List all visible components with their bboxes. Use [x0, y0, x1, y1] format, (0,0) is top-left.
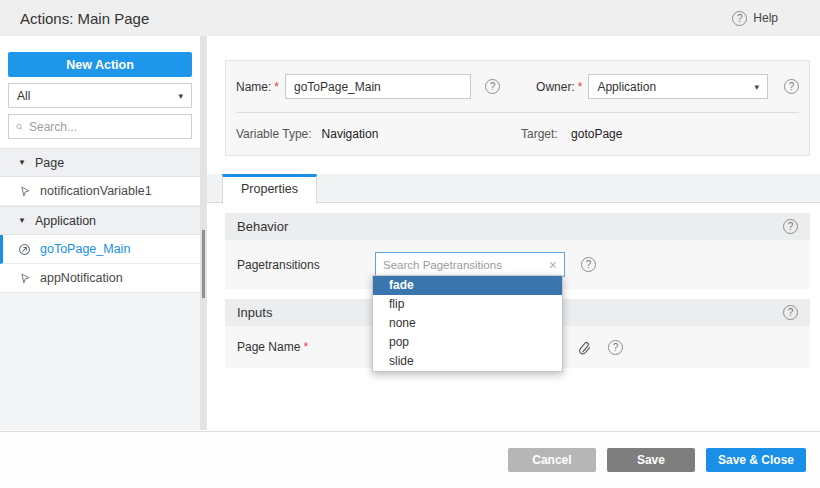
name-label: Name:*: [236, 80, 279, 94]
action-summary-panel: Name:* ? Owner:* Application ▾ ? Variabl…: [225, 60, 810, 156]
search-input[interactable]: [29, 120, 184, 134]
option-none[interactable]: none: [373, 314, 562, 333]
pagetransitions-help-icon[interactable]: ?: [581, 257, 596, 272]
sidebar-divider: [200, 36, 207, 430]
tree-group-label: Application: [35, 214, 96, 228]
expand-caret-icon: ▼: [18, 216, 26, 225]
filter-select-value: All: [17, 89, 30, 103]
name-field[interactable]: [285, 74, 471, 99]
notification-icon: [18, 185, 31, 198]
tree-group-application[interactable]: ▼ Application: [0, 206, 200, 235]
dialog-footer: Cancel Save Save & Close: [0, 431, 820, 488]
target-value: gotoPage: [571, 127, 622, 141]
actions-sidebar: New Action All ▾ ▼ Page notificationVari…: [0, 36, 200, 430]
link-variable-button[interactable]: [577, 340, 592, 355]
help-icon: ?: [732, 11, 747, 26]
pagetransitions-dropdown: fade flip none pop slide: [372, 275, 563, 372]
filter-select[interactable]: All ▾: [8, 83, 192, 108]
pagetransitions-combobox[interactable]: ×: [375, 252, 565, 277]
new-action-button[interactable]: New Action: [8, 52, 192, 77]
clear-icon[interactable]: ×: [549, 258, 557, 272]
notification-icon: [18, 272, 31, 285]
tree-item-label: notificationVariable1: [40, 184, 152, 198]
page-title: Actions: Main Page: [20, 10, 149, 27]
tab-properties[interactable]: Properties: [222, 174, 317, 204]
required-marker: *: [303, 340, 308, 354]
pagetransitions-label: Pagetransitions: [237, 258, 375, 272]
required-marker: *: [578, 80, 583, 94]
page-name-label: Page Name*: [237, 340, 375, 354]
variable-type-value: Navigation: [322, 127, 379, 141]
behavior-help-icon[interactable]: ?: [783, 219, 798, 234]
option-slide[interactable]: slide: [373, 352, 562, 371]
name-help-icon[interactable]: ?: [485, 79, 500, 94]
actions-tree: ▼ Page notificationVariable1 ▼ Applicati…: [0, 148, 200, 293]
inputs-help-icon[interactable]: ?: [783, 305, 798, 320]
variable-type-label: Variable Type:: [236, 127, 312, 141]
save-button[interactable]: Save: [607, 448, 695, 472]
behavior-section-title: Behavior: [237, 219, 288, 234]
help-button[interactable]: ? Help: [732, 0, 778, 36]
link-icon: [577, 340, 592, 355]
tree-item-notificationvariable1[interactable]: notificationVariable1: [0, 177, 200, 206]
actions-editor-window: Actions: Main Page ? Help New Action All…: [0, 0, 820, 488]
sidebar-empty-area: [0, 293, 200, 430]
owner-help-icon[interactable]: ?: [784, 79, 799, 94]
tree-item-appnotification[interactable]: appNotification: [0, 264, 200, 293]
inputs-section-title: Inputs: [237, 305, 272, 320]
tree-item-label: appNotification: [40, 271, 123, 285]
sidebar-search[interactable]: [8, 114, 192, 139]
tree-item-gotopage-main[interactable]: goToPage_Main: [0, 235, 200, 264]
tree-item-label: goToPage_Main: [40, 242, 130, 256]
chevron-down-icon: ▾: [178, 91, 183, 101]
tree-group-label: Page: [35, 156, 64, 170]
expand-caret-icon: ▼: [18, 158, 26, 167]
pagetransitions-search-input[interactable]: [383, 259, 545, 271]
owner-label: Owner:*: [536, 80, 582, 94]
option-pop[interactable]: pop: [373, 333, 562, 352]
behavior-section-header: Behavior ?: [225, 213, 810, 240]
action-detail-panel: Name:* ? Owner:* Application ▾ ? Variabl…: [207, 36, 820, 430]
option-flip[interactable]: flip: [373, 295, 562, 314]
target-label: Target:: [521, 127, 558, 141]
required-marker: *: [274, 80, 279, 94]
search-icon: [16, 121, 23, 133]
chevron-down-icon: ▾: [754, 82, 759, 92]
option-fade[interactable]: fade: [373, 276, 562, 295]
help-label: Help: [753, 11, 778, 25]
scrollbar-thumb[interactable]: [202, 230, 205, 298]
tree-group-page[interactable]: ▼ Page: [0, 148, 200, 177]
owner-select-value: Application: [597, 80, 656, 94]
owner-select[interactable]: Application ▾: [588, 74, 768, 99]
cancel-button[interactable]: Cancel: [508, 448, 596, 472]
tab-strip: Properties: [207, 174, 820, 203]
save-and-close-button[interactable]: Save & Close: [706, 448, 806, 472]
page-name-help-icon[interactable]: ?: [608, 340, 623, 355]
window-header: Actions: Main Page ? Help: [0, 0, 820, 36]
navigation-icon: [18, 243, 31, 256]
